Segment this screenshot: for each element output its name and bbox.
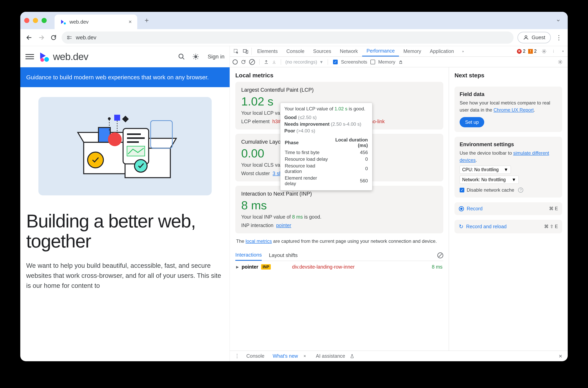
drawer-menu-icon[interactable]: ⋮	[232, 353, 242, 359]
theme-toggle-icon[interactable]	[191, 52, 201, 61]
record-icon[interactable]	[232, 59, 238, 65]
download-icon[interactable]	[272, 60, 277, 64]
screenshots-checkbox[interactable]: ✓	[333, 60, 338, 64]
drawer-tab-console[interactable]: Console	[243, 353, 268, 359]
next-steps-panel: Next steps Field data See how your local…	[449, 67, 568, 351]
tab-console[interactable]: Console	[282, 46, 309, 56]
inspect-element-icon[interactable]	[231, 46, 241, 56]
tab-elements[interactable]: Elements	[253, 46, 282, 56]
cpu-throttling-select[interactable]: CPU: No throttling▼	[460, 166, 511, 174]
disable-cache-label: Disable network cache	[467, 187, 514, 193]
svg-rect-2	[68, 38, 69, 39]
metrics-caption: The local metrics are captured from the …	[236, 238, 442, 245]
help-icon[interactable]: ?	[518, 188, 523, 193]
network-throttling-select[interactable]: Network: No throttling▼	[460, 176, 519, 184]
warning-count[interactable]: !2	[528, 46, 537, 56]
svg-point-11	[108, 132, 122, 146]
crux-link[interactable]: Chrome UX Report	[493, 107, 534, 113]
inp-badge: INP	[261, 264, 271, 269]
close-window-icon[interactable]	[24, 18, 29, 23]
svg-rect-17	[127, 137, 145, 139]
clear-icon[interactable]	[249, 59, 255, 65]
menu-icon[interactable]	[26, 52, 34, 61]
tabs-dropdown-icon[interactable]	[555, 17, 562, 24]
device-toolbar-icon[interactable]	[241, 46, 250, 56]
close-drawer-icon[interactable]: ×	[556, 353, 565, 360]
inp-description: Your local INP value of 8 ms is good.	[241, 214, 437, 220]
disable-cache-checkbox[interactable]: ✓	[460, 188, 464, 193]
more-options-icon[interactable]: ⋮	[549, 46, 558, 56]
hero-description: We want to help you build beautiful, acc…	[26, 261, 224, 291]
tab-network[interactable]: Network	[335, 46, 362, 56]
inp-title: Interaction to Next Paint (INP)	[241, 191, 437, 197]
svg-rect-22	[114, 115, 120, 121]
minimize-window-icon[interactable]	[33, 18, 38, 23]
upload-icon[interactable]	[264, 60, 269, 64]
browser-tabstrip: web.dev × +	[20, 12, 568, 29]
search-icon[interactable]	[177, 52, 186, 61]
gc-icon[interactable]	[398, 60, 403, 64]
svg-point-29	[560, 61, 561, 63]
capture-settings-icon[interactable]	[556, 59, 565, 65]
lcp-tooltip: Your local LCP value of 1.02 s is good. …	[280, 103, 372, 191]
back-button[interactable]	[25, 33, 33, 42]
tab-memory[interactable]: Memory	[399, 46, 425, 56]
subtab-layout-shifts[interactable]: Layout shifts	[269, 250, 298, 260]
inp-value: 8 ms	[241, 198, 437, 212]
close-whatsnew-icon[interactable]: ×	[304, 354, 306, 359]
site-logo[interactable]: web.dev	[39, 51, 88, 62]
error-count[interactable]: ✕2	[517, 46, 525, 56]
interactions-tabs: Interactions Layout shifts	[235, 250, 443, 261]
interaction-time: 8 ms	[432, 264, 442, 270]
signin-button[interactable]: Sign in	[207, 53, 225, 60]
settings-icon[interactable]	[539, 46, 549, 56]
tab-application[interactable]: Application	[426, 46, 458, 56]
clear-interactions-icon[interactable]	[437, 252, 443, 258]
window-controls	[24, 18, 47, 23]
site-info-icon[interactable]	[67, 35, 72, 40]
interaction-row[interactable]: ▶ pointer INP div.devsite-landing-row-in…	[235, 261, 443, 273]
interaction-type: pointer	[242, 264, 258, 270]
new-tab-button[interactable]: +	[141, 15, 152, 26]
record-reload-action[interactable]: ↻ Record and reload ⌘ ⇧ E	[455, 220, 562, 233]
next-steps-heading: Next steps	[455, 72, 562, 79]
reload-record-icon[interactable]	[241, 59, 246, 65]
browser-tab[interactable]: web.dev ×	[54, 15, 137, 29]
svg-point-28	[543, 50, 545, 52]
tab-sources[interactable]: Sources	[309, 46, 335, 56]
svg-rect-16	[127, 133, 141, 135]
memory-checkbox[interactable]	[370, 60, 375, 64]
svg-point-3	[525, 36, 527, 38]
inp-card: Interaction to Next Paint (INP) 8 ms You…	[235, 186, 443, 233]
expand-icon[interactable]: ▶	[236, 265, 239, 269]
banner: Guidance to build modern web experiences…	[20, 67, 230, 87]
profile-button[interactable]: Guest	[517, 32, 551, 43]
devtools-drawer: ⋮ Console What's new× AI assistance ×	[230, 351, 568, 361]
inp-interaction-link[interactable]: pointer	[276, 222, 291, 228]
browser-menu-icon[interactable]: ⋮	[555, 34, 563, 41]
close-devtools-icon[interactable]: ×	[558, 46, 568, 56]
record-action[interactable]: Record ⌘ E	[455, 202, 562, 215]
tab-performance[interactable]: Performance	[362, 46, 399, 56]
close-tab-icon[interactable]: ×	[128, 19, 132, 25]
address-text: web.dev	[76, 34, 96, 41]
guest-avatar-icon	[523, 35, 529, 41]
recordings-dropdown[interactable]: (no recordings)	[285, 59, 317, 65]
page-content: web.dev Sign in Guidance to build modern…	[20, 46, 230, 361]
setup-button[interactable]: Set up	[460, 117, 484, 127]
more-tabs-icon[interactable]: »	[458, 46, 468, 56]
maximize-window-icon[interactable]	[42, 18, 47, 23]
guest-label: Guest	[532, 34, 545, 41]
address-bar[interactable]: web.dev	[62, 31, 513, 44]
reload-button[interactable]	[50, 33, 58, 42]
webdev-logo-icon	[39, 51, 50, 62]
svg-point-6	[179, 54, 183, 58]
drawer-tab-ai-assistance[interactable]: AI assistance	[312, 353, 349, 359]
forward-button[interactable]	[37, 33, 46, 42]
lcp-element-label: LCP element	[241, 119, 270, 124]
subtab-interactions[interactable]: Interactions	[235, 250, 262, 261]
svg-point-4	[40, 58, 44, 62]
drawer-tab-whatsnew[interactable]: What's new	[269, 353, 302, 359]
interaction-target: div.devsite-landing-row-inner	[292, 264, 355, 270]
local-metrics-link[interactable]: local metrics	[246, 239, 272, 244]
